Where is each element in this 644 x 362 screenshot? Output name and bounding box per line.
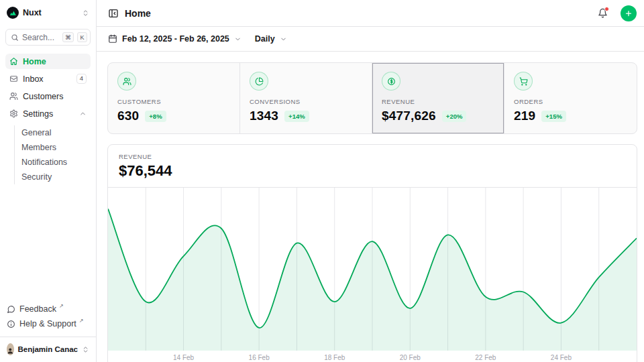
notification-dot <box>604 7 609 11</box>
user-name: Benjamin Canac <box>18 345 78 353</box>
stat-card-revenue[interactable]: REVENUE $477,626 +20% <box>372 63 504 133</box>
help-support-label: Help & Support <box>19 319 76 328</box>
x-tick-label: 16 Feb <box>249 354 270 361</box>
stat-label: ORDERS <box>514 98 627 105</box>
sidebar-item-label: Customers <box>23 92 63 101</box>
revenue-chart-card: REVENUE $76,544 14 Feb16 Feb18 Feb20 Feb… <box>107 144 637 362</box>
add-button[interactable] <box>621 5 637 21</box>
nuxt-logo-icon <box>7 7 19 19</box>
chevron-up-icon <box>79 110 87 117</box>
x-tick-label: 22 Feb <box>475 354 496 361</box>
granularity-select[interactable]: Daily <box>255 34 287 44</box>
feedback-label: Feedback <box>19 304 56 314</box>
search-icon <box>11 34 19 42</box>
users-icon <box>9 92 18 101</box>
user-menu[interactable]: Benjamin Canac <box>5 337 91 357</box>
chart-headline-value: $76,544 <box>119 162 626 180</box>
date-range-label: Feb 12, 2025 - Feb 26, 2025 <box>122 34 229 44</box>
sidebar: Nuxt Search... ⌘ K Home <box>0 0 97 362</box>
stats-row: CUSTOMERS 630 +8% CONVERSIONS 1343 +14% <box>107 62 637 134</box>
chevrons-up-down-icon <box>82 346 89 353</box>
sidebar-item-label: Home <box>23 57 46 66</box>
x-tick-label: 24 Feb <box>551 354 572 361</box>
notifications-bell-button[interactable] <box>595 5 610 21</box>
stat-value: 630 <box>117 109 139 123</box>
chart-header: REVENUE $76,544 <box>108 145 637 188</box>
sidebar-item-security[interactable]: Security <box>21 170 91 184</box>
stat-delta-badge: +14% <box>284 111 309 122</box>
stat-value: 1343 <box>250 109 278 123</box>
workspace-name: Nuxt <box>23 8 78 17</box>
main-header: Home <box>97 0 644 27</box>
sidebar-item-home[interactable]: Home <box>5 54 91 69</box>
sidebar-item-settings[interactable]: Settings <box>5 106 91 121</box>
subnav-label: Members <box>21 143 56 152</box>
sidebar-item-notifications[interactable]: Notifications <box>21 155 91 170</box>
page-title: Home <box>125 8 151 19</box>
shopping-cart-icon <box>514 72 533 90</box>
info-icon <box>7 320 15 328</box>
chart-title: REVENUE <box>119 153 626 160</box>
kbd-cmd: ⌘ <box>62 32 74 42</box>
settings-subnav: General Members Notifications Security <box>14 125 91 184</box>
x-tick-label: 18 Feb <box>324 354 345 361</box>
inbox-icon <box>9 74 18 83</box>
help-support-link[interactable]: Help & Support ↗ <box>5 316 91 331</box>
sidebar-item-general[interactable]: General <box>21 125 91 140</box>
gear-icon <box>9 109 18 118</box>
x-tick-label: 20 Feb <box>400 354 421 361</box>
home-icon <box>9 57 18 66</box>
x-tick-label: 14 Feb <box>173 354 194 361</box>
kbd-k: K <box>77 32 87 42</box>
stat-delta-badge: +8% <box>145 111 166 122</box>
users-icon <box>117 72 136 90</box>
stat-delta-badge: +20% <box>442 111 467 122</box>
message-bubble-icon <box>7 305 15 314</box>
chart-svg <box>108 188 637 351</box>
app-window: Nuxt Search... ⌘ K Home <box>0 0 644 362</box>
chevron-down-icon <box>234 36 241 43</box>
sidebar-item-members[interactable]: Members <box>21 140 91 155</box>
sidebar-collapse-icon[interactable] <box>108 8 119 19</box>
chevron-down-icon <box>280 36 287 43</box>
stat-card-customers[interactable]: CUSTOMERS 630 +8% <box>108 63 240 133</box>
subnav-label: General <box>21 128 51 137</box>
search-placeholder: Search... <box>22 33 59 42</box>
stat-label: REVENUE <box>382 98 494 105</box>
search-input[interactable]: Search... ⌘ K <box>5 29 91 46</box>
granularity-label: Daily <box>255 34 275 44</box>
stat-label: CONVERSIONS <box>250 98 362 105</box>
chevrons-up-down-icon <box>82 9 89 17</box>
workspace-switcher[interactable]: Nuxt <box>5 7 91 19</box>
stat-delta-badge: +15% <box>541 111 566 122</box>
external-link-icon: ↗ <box>59 303 64 309</box>
sidebar-nav: Home Inbox 4 Customers Settings <box>5 54 91 184</box>
pie-chart-icon <box>250 72 268 90</box>
revenue-area-chart[interactable] <box>108 188 637 351</box>
sidebar-item-label: Inbox <box>23 74 44 84</box>
subnav-label: Security <box>21 172 52 182</box>
avatar <box>7 343 14 355</box>
stat-value: 219 <box>514 109 535 123</box>
inbox-count-badge: 4 <box>76 74 87 83</box>
dollar-circle-icon <box>382 72 400 90</box>
dashboard-content: CUSTOMERS 630 +8% CONVERSIONS 1343 +14% <box>97 52 644 362</box>
chart-x-axis: 14 Feb16 Feb18 Feb20 Feb22 Feb24 Feb <box>108 351 637 362</box>
feedback-link[interactable]: Feedback ↗ <box>5 302 91 316</box>
date-range-picker[interactable]: Feb 12, 2025 - Feb 26, 2025 <box>108 34 241 44</box>
main-area: Home Feb 12, 2025 - Feb 26, 2025 <box>97 0 644 362</box>
sidebar-item-label: Settings <box>23 109 53 119</box>
stat-label: CUSTOMERS <box>117 98 230 105</box>
filters-toolbar: Feb 12, 2025 - Feb 26, 2025 Daily <box>97 27 644 52</box>
calendar-icon <box>108 34 117 44</box>
sidebar-item-inbox[interactable]: Inbox 4 <box>5 71 91 86</box>
sidebar-spacer <box>5 184 91 302</box>
sidebar-item-customers[interactable]: Customers <box>5 88 91 104</box>
stat-card-orders[interactable]: ORDERS 219 +15% <box>504 63 637 133</box>
subnav-label: Notifications <box>21 158 67 167</box>
stat-value: $477,626 <box>382 109 436 123</box>
external-link-icon: ↗ <box>79 318 84 324</box>
stat-card-conversions[interactable]: CONVERSIONS 1343 +14% <box>240 63 372 133</box>
